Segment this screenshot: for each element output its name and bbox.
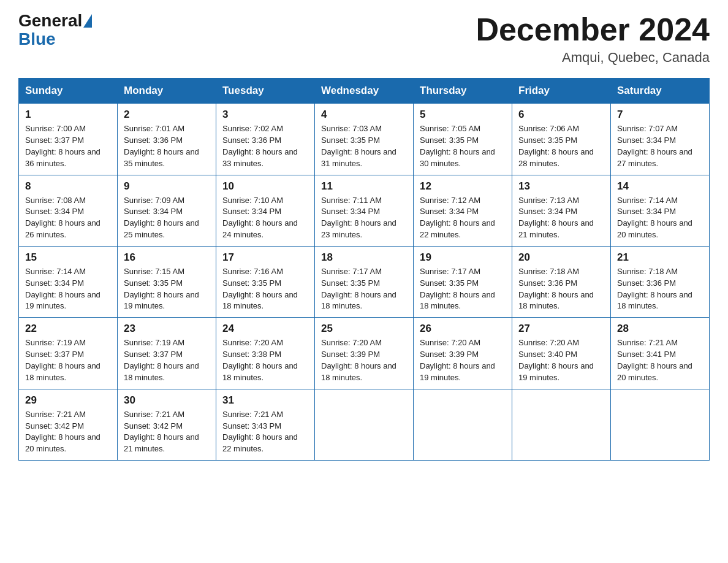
calendar-cell: 20 Sunrise: 7:18 AMSunset: 3:36 PMDaylig… bbox=[512, 246, 611, 317]
day-number: 30 bbox=[124, 394, 210, 407]
day-number: 11 bbox=[321, 180, 407, 193]
calendar-cell: 23 Sunrise: 7:19 AMSunset: 3:37 PMDaylig… bbox=[118, 318, 216, 389]
day-info: Sunrise: 7:02 AMSunset: 3:36 PMDaylight:… bbox=[222, 123, 308, 169]
day-number: 23 bbox=[124, 323, 210, 335]
calendar-cell: 8 Sunrise: 7:08 AMSunset: 3:34 PMDayligh… bbox=[19, 175, 118, 246]
day-info: Sunrise: 7:14 AMSunset: 3:34 PMDaylight:… bbox=[617, 195, 703, 241]
day-info: Sunrise: 7:20 AMSunset: 3:38 PMDaylight:… bbox=[222, 337, 308, 383]
calendar-cell: 29 Sunrise: 7:21 AMSunset: 3:42 PMDaylig… bbox=[19, 389, 118, 460]
day-number: 20 bbox=[518, 251, 604, 264]
header-saturday: Saturday bbox=[611, 79, 710, 104]
day-info: Sunrise: 7:07 AMSunset: 3:34 PMDaylight:… bbox=[617, 123, 703, 169]
day-info: Sunrise: 7:19 AMSunset: 3:37 PMDaylight:… bbox=[124, 337, 210, 383]
calendar-cell: 19 Sunrise: 7:17 AMSunset: 3:35 PMDaylig… bbox=[414, 246, 512, 317]
day-info: Sunrise: 7:16 AMSunset: 3:35 PMDaylight:… bbox=[222, 266, 308, 312]
logo-blue-text: Blue bbox=[18, 29, 56, 49]
day-number: 8 bbox=[25, 180, 111, 193]
calendar-cell: 24 Sunrise: 7:20 AMSunset: 3:38 PMDaylig… bbox=[216, 318, 315, 389]
day-number: 19 bbox=[420, 251, 506, 264]
day-number: 26 bbox=[420, 323, 506, 335]
calendar-cell bbox=[611, 389, 710, 460]
calendar-cell: 16 Sunrise: 7:15 AMSunset: 3:35 PMDaylig… bbox=[118, 246, 216, 317]
day-number: 15 bbox=[25, 251, 111, 264]
day-number: 12 bbox=[420, 180, 506, 193]
calendar-cell: 1 Sunrise: 7:00 AMSunset: 3:37 PMDayligh… bbox=[19, 104, 118, 175]
header-monday: Monday bbox=[118, 79, 216, 104]
day-info: Sunrise: 7:10 AMSunset: 3:34 PMDaylight:… bbox=[222, 195, 308, 241]
day-number: 27 bbox=[518, 323, 604, 335]
title-block: December 2024 Amqui, Quebec, Canada bbox=[476, 12, 710, 66]
day-info: Sunrise: 7:20 AMSunset: 3:40 PMDaylight:… bbox=[518, 337, 604, 383]
calendar-cell bbox=[414, 389, 512, 460]
calendar-cell bbox=[512, 389, 611, 460]
calendar-cell: 18 Sunrise: 7:17 AMSunset: 3:35 PMDaylig… bbox=[315, 246, 414, 317]
calendar-cell: 6 Sunrise: 7:06 AMSunset: 3:35 PMDayligh… bbox=[512, 104, 611, 175]
calendar-cell: 27 Sunrise: 7:20 AMSunset: 3:40 PMDaylig… bbox=[512, 318, 611, 389]
day-number: 18 bbox=[321, 251, 407, 264]
header-wednesday: Wednesday bbox=[315, 79, 414, 104]
day-number: 9 bbox=[124, 180, 210, 193]
calendar-week-row: 22 Sunrise: 7:19 AMSunset: 3:37 PMDaylig… bbox=[19, 318, 710, 389]
day-info: Sunrise: 7:21 AMSunset: 3:41 PMDaylight:… bbox=[617, 337, 703, 383]
header-friday: Friday bbox=[512, 79, 611, 104]
day-info: Sunrise: 7:05 AMSunset: 3:35 PMDaylight:… bbox=[420, 123, 506, 169]
day-info: Sunrise: 7:18 AMSunset: 3:36 PMDaylight:… bbox=[617, 266, 703, 312]
day-number: 17 bbox=[222, 251, 308, 264]
day-info: Sunrise: 7:09 AMSunset: 3:34 PMDaylight:… bbox=[124, 195, 210, 241]
day-info: Sunrise: 7:21 AMSunset: 3:43 PMDaylight:… bbox=[222, 409, 308, 455]
month-title: December 2024 bbox=[476, 12, 710, 47]
day-number: 10 bbox=[222, 180, 308, 193]
calendar-cell: 25 Sunrise: 7:20 AMSunset: 3:39 PMDaylig… bbox=[315, 318, 414, 389]
calendar-week-row: 29 Sunrise: 7:21 AMSunset: 3:42 PMDaylig… bbox=[19, 389, 710, 460]
page-header: General Blue December 2024 Amqui, Quebec… bbox=[18, 12, 710, 66]
calendar-cell: 28 Sunrise: 7:21 AMSunset: 3:41 PMDaylig… bbox=[611, 318, 710, 389]
day-number: 2 bbox=[124, 109, 210, 121]
day-number: 13 bbox=[518, 180, 604, 193]
day-info: Sunrise: 7:19 AMSunset: 3:37 PMDaylight:… bbox=[25, 337, 111, 383]
day-number: 21 bbox=[617, 251, 703, 264]
day-info: Sunrise: 7:20 AMSunset: 3:39 PMDaylight:… bbox=[420, 337, 506, 383]
calendar-cell: 10 Sunrise: 7:10 AMSunset: 3:34 PMDaylig… bbox=[216, 175, 315, 246]
header-tuesday: Tuesday bbox=[216, 79, 315, 104]
calendar-cell: 5 Sunrise: 7:05 AMSunset: 3:35 PMDayligh… bbox=[414, 104, 512, 175]
calendar-cell: 12 Sunrise: 7:12 AMSunset: 3:34 PMDaylig… bbox=[414, 175, 512, 246]
calendar-cell: 3 Sunrise: 7:02 AMSunset: 3:36 PMDayligh… bbox=[216, 104, 315, 175]
day-number: 29 bbox=[25, 394, 111, 407]
day-info: Sunrise: 7:06 AMSunset: 3:35 PMDaylight:… bbox=[518, 123, 604, 169]
calendar-cell: 14 Sunrise: 7:14 AMSunset: 3:34 PMDaylig… bbox=[611, 175, 710, 246]
day-info: Sunrise: 7:18 AMSunset: 3:36 PMDaylight:… bbox=[518, 266, 604, 312]
day-number: 4 bbox=[321, 109, 407, 121]
day-number: 28 bbox=[617, 323, 703, 335]
day-info: Sunrise: 7:01 AMSunset: 3:36 PMDaylight:… bbox=[124, 123, 210, 169]
day-info: Sunrise: 7:17 AMSunset: 3:35 PMDaylight:… bbox=[321, 266, 407, 312]
day-number: 6 bbox=[518, 109, 604, 121]
calendar-cell bbox=[315, 389, 414, 460]
calendar-cell: 17 Sunrise: 7:16 AMSunset: 3:35 PMDaylig… bbox=[216, 246, 315, 317]
calendar-cell: 7 Sunrise: 7:07 AMSunset: 3:34 PMDayligh… bbox=[611, 104, 710, 175]
calendar-week-row: 15 Sunrise: 7:14 AMSunset: 3:34 PMDaylig… bbox=[19, 246, 710, 317]
calendar-cell: 22 Sunrise: 7:19 AMSunset: 3:37 PMDaylig… bbox=[19, 318, 118, 389]
header-sunday: Sunday bbox=[19, 79, 118, 104]
calendar-cell: 4 Sunrise: 7:03 AMSunset: 3:35 PMDayligh… bbox=[315, 104, 414, 175]
day-info: Sunrise: 7:20 AMSunset: 3:39 PMDaylight:… bbox=[321, 337, 407, 383]
header-thursday: Thursday bbox=[414, 79, 512, 104]
day-info: Sunrise: 7:12 AMSunset: 3:34 PMDaylight:… bbox=[420, 195, 506, 241]
day-number: 1 bbox=[25, 109, 111, 121]
day-info: Sunrise: 7:00 AMSunset: 3:37 PMDaylight:… bbox=[25, 123, 111, 169]
location-subtitle: Amqui, Quebec, Canada bbox=[476, 50, 710, 66]
day-number: 3 bbox=[222, 109, 308, 121]
calendar-table: Sunday Monday Tuesday Wednesday Thursday… bbox=[18, 78, 710, 461]
day-number: 5 bbox=[420, 109, 506, 121]
calendar-cell: 11 Sunrise: 7:11 AMSunset: 3:34 PMDaylig… bbox=[315, 175, 414, 246]
day-info: Sunrise: 7:21 AMSunset: 3:42 PMDaylight:… bbox=[25, 409, 111, 455]
day-info: Sunrise: 7:08 AMSunset: 3:34 PMDaylight:… bbox=[25, 195, 111, 241]
day-info: Sunrise: 7:15 AMSunset: 3:35 PMDaylight:… bbox=[124, 266, 210, 312]
calendar-cell: 15 Sunrise: 7:14 AMSunset: 3:34 PMDaylig… bbox=[19, 246, 118, 317]
calendar-cell: 13 Sunrise: 7:13 AMSunset: 3:34 PMDaylig… bbox=[512, 175, 611, 246]
calendar-header-row: Sunday Monday Tuesday Wednesday Thursday… bbox=[19, 79, 710, 104]
day-info: Sunrise: 7:13 AMSunset: 3:34 PMDaylight:… bbox=[518, 195, 604, 241]
day-info: Sunrise: 7:03 AMSunset: 3:35 PMDaylight:… bbox=[321, 123, 407, 169]
day-info: Sunrise: 7:21 AMSunset: 3:42 PMDaylight:… bbox=[124, 409, 210, 455]
day-number: 16 bbox=[124, 251, 210, 264]
calendar-week-row: 8 Sunrise: 7:08 AMSunset: 3:34 PMDayligh… bbox=[19, 175, 710, 246]
